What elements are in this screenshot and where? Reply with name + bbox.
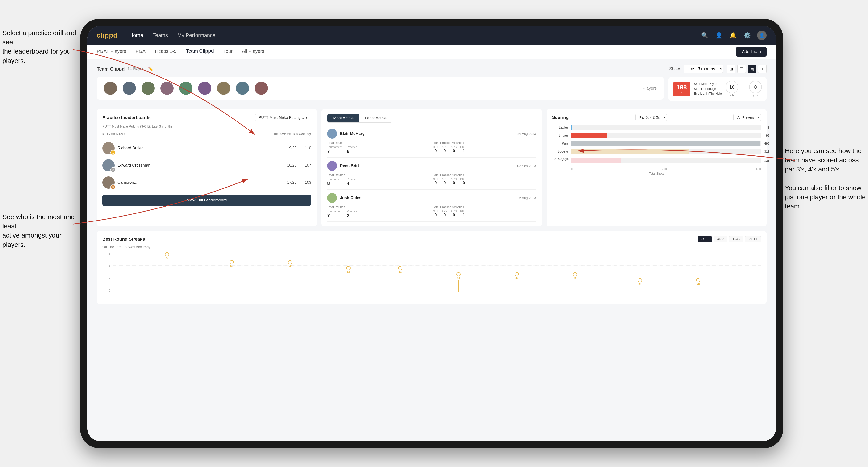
streak-chart-area: 6 4 2 0 7x (102, 252, 761, 299)
brc-filter-putt[interactable]: PUTT (745, 236, 761, 243)
show-period-select[interactable]: Last 3 months (684, 65, 723, 73)
streak-gridline-1 (113, 252, 761, 252)
tab-most-active[interactable]: Most Active (328, 114, 359, 122)
drill-full-name: PUTT Must Make Putting (3-6 ft), Last 3 … (102, 124, 311, 129)
player-avatar-5[interactable] (179, 82, 192, 95)
pac-mini-stats-1: OTT 0 APP 0 ARG 0 (433, 146, 536, 153)
sub-nav-pgat[interactable]: PGAT Players (97, 49, 126, 55)
brc-filter-arg[interactable]: ARG (729, 236, 743, 243)
col-pb-score: PB SCORE (274, 132, 291, 136)
streak-dot-circle-3 (288, 260, 292, 264)
search-icon[interactable]: 🔍 (701, 31, 709, 40)
bar-fill-birdies (571, 133, 608, 138)
streak-dot-5x-2: 5x (398, 266, 402, 292)
pac-putt-3: PUTT 1 (460, 210, 467, 217)
player-avatar-1[interactable] (104, 82, 117, 95)
leaderboard-row-1: 1 Richard Butler 19/20 110 (102, 139, 311, 157)
annotation-right: Here you can see how theteam have scored… (785, 146, 866, 211)
pac-name-3: Josh Coles (340, 195, 515, 200)
add-team-button[interactable]: Add Team (736, 47, 767, 57)
pac-ott-1: OTT 0 (433, 146, 438, 153)
scoring-par-filter[interactable]: Par 3, 4 & 5s (636, 114, 667, 121)
shot-details: Shot Dist: 16 yds Start Lie: Rough End L… (694, 82, 722, 96)
player-avatar-4[interactable] (160, 82, 174, 95)
pac-app-2: APP 0 (442, 178, 447, 185)
player-avatar-2[interactable] (123, 82, 136, 95)
sub-nav-hcaps[interactable]: Hcaps 1-5 (155, 49, 177, 55)
main-content: Team Clippd 14 Players ✏️ Show Last 3 mo… (87, 59, 776, 441)
show-label: Show (669, 66, 680, 71)
show-control: Show Last 3 months ⊞ ☰ ▦ ↕ (669, 65, 767, 73)
bell-icon[interactable]: 🔔 (729, 31, 737, 40)
nav-home[interactable]: Home (129, 32, 143, 38)
view-card-icon[interactable]: ▦ (748, 65, 756, 73)
sub-nav-all-players[interactable]: All Players (242, 49, 264, 55)
player-avatar-7[interactable] (217, 82, 230, 95)
pac-practice-group-2: Total Practice Activities OTT 0 APP 0 (433, 173, 536, 186)
yardage-right-group: 0 yds (749, 81, 762, 97)
lb-avg-1: 110 (299, 146, 311, 150)
streak-dot-4x-2: 4x (515, 272, 519, 292)
nav-teams[interactable]: Teams (153, 32, 168, 38)
bar-row-pars: Pars 499 (552, 141, 761, 146)
activity-card: Most Active Least Active Blair McHarg 26… (321, 109, 541, 226)
lb-rank-badge-3: 3 (111, 184, 116, 190)
streak-dot-4x-1: 4x (456, 272, 461, 292)
sub-nav-team-clippd[interactable]: Team Clippd (186, 49, 214, 55)
streak-y-0: 0 (109, 289, 111, 292)
streak-dot-circle-2 (229, 260, 234, 264)
brc-filter-ott[interactable]: OTT (698, 236, 712, 243)
player-avatar-9[interactable] (255, 82, 268, 95)
view-list-icon[interactable]: ☰ (737, 65, 746, 73)
brc-filter-app[interactable]: APP (714, 236, 727, 243)
yardage-display: 16 yds — 0 yds (725, 81, 762, 97)
pac-stats-2: Total Rounds Tournament 8 Practice 4 (327, 173, 536, 186)
player-avatar-8[interactable] (236, 82, 249, 95)
nav-my-performance[interactable]: My Performance (177, 32, 215, 38)
streak-y-4: 4 (109, 264, 111, 268)
players-label: Players (643, 86, 657, 91)
start-lie-label: Start Lie: Rough (694, 87, 722, 92)
chart-x-labels: 0 200 400 (552, 167, 761, 171)
practice-leaderboards-card: Practice Leaderboards PUTT Must Make Put… (97, 109, 317, 226)
avatar[interactable]: 👤 (757, 31, 767, 40)
app-logo: clippd (97, 32, 118, 39)
lb-player-name-1: Richard Butler (118, 146, 280, 151)
pac-arg-3: ARG 0 (451, 210, 457, 217)
pac-rounds-group-3: Total Rounds Tournament 7 Practice 2 (327, 205, 431, 218)
yardage-left-value: 16 (729, 85, 735, 90)
pac-date-3: 26 Aug 2023 (518, 196, 536, 200)
col-pb-avg: PB AVG SQ (293, 132, 311, 136)
pac-date-1: 26 Aug 2023 (518, 132, 536, 135)
scoring-players-filter[interactable]: All Players (733, 114, 761, 121)
drill-selector-chevron: ▾ (306, 115, 308, 120)
view-full-leaderboard-button[interactable]: View Full Leaderboard (102, 195, 311, 206)
bar-track-dbogeys: 131 (571, 158, 761, 163)
drill-selector-button[interactable]: PUTT Must Make Putting... ▾ (255, 114, 311, 121)
streak-dot-circle-10 (696, 278, 700, 282)
brc-title: Best Round Streaks (102, 237, 145, 242)
person-icon[interactable]: 👤 (715, 31, 723, 40)
player-avatar-6[interactable] (198, 82, 211, 95)
lb-score-2: 18/20 (282, 163, 297, 167)
x-label-0: 0 (571, 167, 573, 171)
pac-practice-3: Practice 2 (347, 210, 357, 218)
tab-least-active[interactable]: Least Active (359, 114, 392, 122)
sub-nav-tour[interactable]: Tour (223, 49, 232, 55)
pac-practice-1: Practice 6 (347, 146, 357, 154)
shot-info-card: 198 sc Shot Dist: 16 yds Start Lie: Roug… (669, 77, 767, 101)
player-avatar-3[interactable] (142, 82, 155, 95)
view-grid-icon[interactable]: ⊞ (727, 65, 736, 73)
pac-avatar-3 (327, 193, 337, 203)
lb-player-name-2: Edward Crossman (118, 163, 280, 168)
streak-dot-circle-8 (573, 272, 577, 276)
best-round-streaks-card: Best Round Streaks OTT APP ARG PUTT Off … (97, 231, 767, 304)
activity-player-2: Rees Britt 02 Sep 2023 Total Rounds Tour… (327, 158, 536, 190)
lb-rank-badge-1: 1 (111, 150, 116, 155)
lb-rank-avatar-1: 1 (102, 142, 115, 154)
settings-icon[interactable]: ⚙️ (743, 31, 751, 40)
edit-team-icon[interactable]: ✏️ (148, 66, 153, 71)
view-sort-icon[interactable]: ↕ (758, 65, 767, 73)
bar-row-bogeys: Bogeys 311 (552, 149, 761, 154)
sub-nav-pga[interactable]: PGA (135, 49, 146, 55)
